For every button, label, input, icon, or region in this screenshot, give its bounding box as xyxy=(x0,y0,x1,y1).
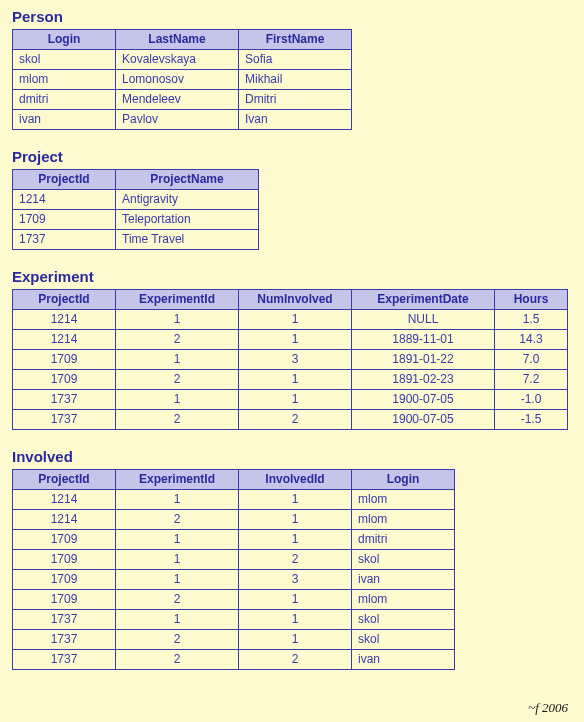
person-heading: Person xyxy=(12,8,572,25)
cell: Dmitri xyxy=(239,90,352,110)
cell: 1737 xyxy=(13,410,116,430)
experiment-table: ProjectId ExperimentId NumInvolved Exper… xyxy=(12,289,568,430)
cell: 1900-07-05 xyxy=(352,390,495,410)
cell: 2 xyxy=(239,410,352,430)
cell: 1 xyxy=(239,390,352,410)
cell: 1 xyxy=(116,390,239,410)
table-row: 1214211889-11-0114.3 xyxy=(13,330,568,350)
cell: 1 xyxy=(239,330,352,350)
cell: 1709 xyxy=(13,590,116,610)
cell: -1.5 xyxy=(495,410,568,430)
project-heading: Project xyxy=(12,148,572,165)
table-row: 170911dmitri xyxy=(13,530,455,550)
cell: ivan xyxy=(13,110,116,130)
cell: 1 xyxy=(239,310,352,330)
table-row: skolKovalevskayaSofia xyxy=(13,50,352,70)
cell: 2 xyxy=(116,370,239,390)
cell: mlom xyxy=(352,590,455,610)
cell: 1737 xyxy=(13,390,116,410)
table-row: 1214Antigravity xyxy=(13,190,259,210)
col-experimentid: ExperimentId xyxy=(116,290,239,310)
col-involvedid: InvolvedId xyxy=(239,470,352,490)
cell: skol xyxy=(352,610,455,630)
table-row: 121421mlom xyxy=(13,510,455,530)
cell: 1889-11-01 xyxy=(352,330,495,350)
cell: 1214 xyxy=(13,510,116,530)
cell: 1214 xyxy=(13,310,116,330)
cell: Antigravity xyxy=(116,190,259,210)
table-row: 170921mlom xyxy=(13,590,455,610)
cell: 1709 xyxy=(13,570,116,590)
cell: 1900-07-05 xyxy=(352,410,495,430)
col-projectid: ProjectId xyxy=(13,290,116,310)
cell: 1214 xyxy=(13,190,116,210)
cell: 1 xyxy=(116,490,239,510)
cell: 1 xyxy=(116,530,239,550)
cell: Kovalevskaya xyxy=(116,50,239,70)
cell: dmitri xyxy=(13,90,116,110)
table-row: ivanPavlovIvan xyxy=(13,110,352,130)
table-row: 173722ivan xyxy=(13,650,455,670)
table-row: 121411NULL1.5 xyxy=(13,310,568,330)
table-row: 121411mlom xyxy=(13,490,455,510)
cell: Time Travel xyxy=(116,230,259,250)
cell: 1 xyxy=(116,310,239,330)
col-login: Login xyxy=(352,470,455,490)
cell: 2 xyxy=(116,630,239,650)
cell: -1.0 xyxy=(495,390,568,410)
cell: Mikhail xyxy=(239,70,352,90)
cell: 1 xyxy=(239,610,352,630)
table-row: 170913ivan xyxy=(13,570,455,590)
col-lastname: LastName xyxy=(116,30,239,50)
cell: dmitri xyxy=(352,530,455,550)
col-projectname: ProjectName xyxy=(116,170,259,190)
cell: 1 xyxy=(239,630,352,650)
experiment-heading: Experiment xyxy=(12,268,572,285)
cell: 1 xyxy=(239,510,352,530)
cell: 1214 xyxy=(13,490,116,510)
cell: 1737 xyxy=(13,630,116,650)
cell: 2 xyxy=(116,330,239,350)
cell: 2 xyxy=(116,590,239,610)
cell: 1 xyxy=(116,550,239,570)
cell: 2 xyxy=(116,510,239,530)
cell: Teleportation xyxy=(116,210,259,230)
person-table: Login LastName FirstName skolKovalevskay… xyxy=(12,29,352,130)
table-row: 1709Teleportation xyxy=(13,210,259,230)
col-projectid: ProjectId xyxy=(13,470,116,490)
cell: 1709 xyxy=(13,210,116,230)
col-hours: Hours xyxy=(495,290,568,310)
cell: skol xyxy=(352,550,455,570)
cell: Pavlov xyxy=(116,110,239,130)
table-row: 1737221900-07-05-1.5 xyxy=(13,410,568,430)
cell: 1737 xyxy=(13,650,116,670)
cell: 1 xyxy=(116,610,239,630)
cell: 2 xyxy=(116,650,239,670)
cell: 1709 xyxy=(13,350,116,370)
cell: 2 xyxy=(239,550,352,570)
cell: mlom xyxy=(352,490,455,510)
cell: 3 xyxy=(239,350,352,370)
cell: skol xyxy=(13,50,116,70)
cell: 1709 xyxy=(13,370,116,390)
cell: 1.5 xyxy=(495,310,568,330)
cell: 1891-02-23 xyxy=(352,370,495,390)
table-row: 173711skol xyxy=(13,610,455,630)
table-row: dmitriMendeleevDmitri xyxy=(13,90,352,110)
table-row: 170912skol xyxy=(13,550,455,570)
cell: 1737 xyxy=(13,610,116,630)
cell: 1214 xyxy=(13,330,116,350)
cell: 1 xyxy=(116,350,239,370)
cell: 1 xyxy=(239,530,352,550)
col-experimentdate: ExperimentDate xyxy=(352,290,495,310)
cell: 3 xyxy=(239,570,352,590)
involved-heading: Involved xyxy=(12,448,572,465)
cell: Ivan xyxy=(239,110,352,130)
cell: Sofia xyxy=(239,50,352,70)
cell: 1709 xyxy=(13,550,116,570)
cell: skol xyxy=(352,630,455,650)
table-row: mlomLomonosovMikhail xyxy=(13,70,352,90)
table-row: 1737Time Travel xyxy=(13,230,259,250)
cell: Lomonosov xyxy=(116,70,239,90)
project-table: ProjectId ProjectName 1214Antigravity 17… xyxy=(12,169,259,250)
